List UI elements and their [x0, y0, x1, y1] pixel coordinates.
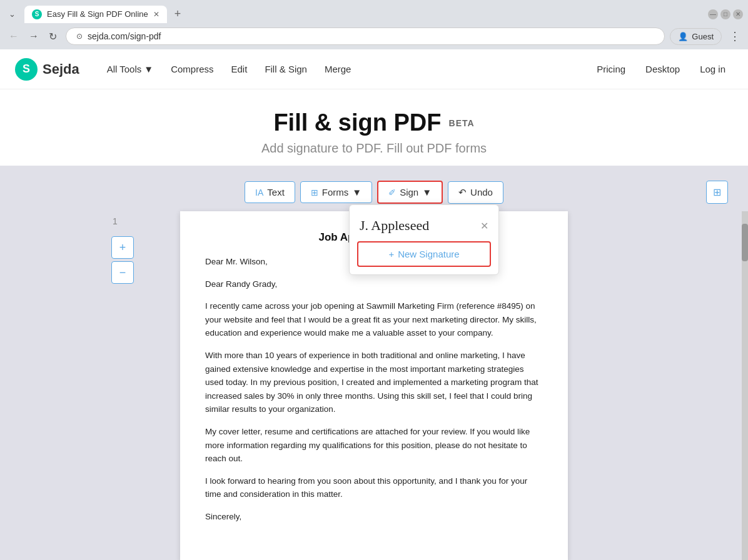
- grid-button[interactable]: ⊞: [706, 181, 728, 204]
- doc-para3: My cover letter, resume and certificatio…: [205, 425, 543, 466]
- tab-close-icon[interactable]: ✕: [153, 10, 159, 19]
- guest-icon: 👤: [678, 32, 688, 41]
- doc-para4: I look forward to hearing from you soon …: [205, 474, 543, 501]
- zoom-controls: + −: [111, 236, 134, 284]
- signature-close-button[interactable]: ✕: [480, 220, 488, 232]
- nav-edit[interactable]: Edit: [224, 59, 255, 79]
- close-window-button[interactable]: ✕: [733, 9, 743, 19]
- site-navbar: S Sejda All Tools ▼ Compress Edit Fill &…: [0, 49, 748, 89]
- nav-pricing[interactable]: Pricing: [589, 59, 633, 79]
- tab-list-btn[interactable]: ⌄: [5, 7, 19, 21]
- logo-text: Sejda: [43, 61, 79, 78]
- tab-favicon: S: [32, 9, 42, 19]
- window-controls: — □ ✕: [708, 9, 743, 19]
- doc-para2: With more than 10 years of experience in…: [205, 349, 543, 416]
- doc-para1: I recently came across your job opening …: [205, 299, 543, 340]
- url-text: sejda.com/sign-pdf: [88, 31, 654, 41]
- minimize-button[interactable]: —: [708, 9, 718, 19]
- forms-icon: ⊞: [311, 188, 318, 198]
- forward-button[interactable]: →: [25, 29, 43, 44]
- nav-fill-sign[interactable]: Fill & Sign: [257, 59, 315, 79]
- sign-chevron-icon: ▼: [422, 187, 432, 198]
- nav-compress[interactable]: Compress: [163, 59, 221, 79]
- doc-inner-greeting: Dear Randy Grady,: [205, 278, 543, 291]
- text-icon: IA: [255, 188, 263, 198]
- undo-icon: ↶: [458, 187, 467, 198]
- hero-section: Fill & sign PDF BETA Add signature to PD…: [0, 89, 748, 166]
- nav-desktop[interactable]: Desktop: [638, 59, 687, 79]
- signature-item[interactable]: J. Appleseed ✕: [357, 212, 491, 239]
- scrollbar[interactable]: [742, 211, 748, 560]
- nav-all-tools[interactable]: All Tools ▼: [99, 59, 161, 79]
- chevron-down-icon: ▼: [144, 64, 153, 74]
- browser-tab[interactable]: S Easy Fill & Sign PDF Online ✕: [24, 6, 167, 23]
- forms-button[interactable]: ⊞ Forms ▼: [300, 181, 372, 203]
- lock-icon: ⊙: [76, 32, 83, 41]
- undo-button[interactable]: ↶ Undo: [448, 181, 503, 204]
- forms-chevron-icon: ▼: [352, 187, 361, 198]
- signature-text: J. Appleseed: [360, 218, 429, 234]
- browser-back-forward: ⌄: [5, 7, 19, 21]
- browser-menu-button[interactable]: ⋮: [727, 27, 743, 46]
- main-content: IA Text ⊞ Forms ▼ ✐ Sign ▼ ↶ Undo ⊞ J. A…: [0, 166, 748, 560]
- nav-login[interactable]: Log in: [692, 59, 733, 79]
- new-signature-button[interactable]: + New Signature: [357, 241, 491, 267]
- back-button[interactable]: ←: [5, 29, 23, 44]
- guest-label: Guest: [692, 32, 714, 41]
- zoom-out-button[interactable]: −: [111, 261, 134, 284]
- sign-icon: ✐: [388, 188, 396, 198]
- doc-closing: Sincerely,: [205, 510, 543, 524]
- hero-title: Fill & sign PDF BETA: [15, 109, 733, 136]
- guest-button[interactable]: 👤 Guest: [670, 28, 722, 45]
- nav-merge[interactable]: Merge: [317, 59, 359, 79]
- hero-subtitle: Add signature to PDF. Fill out PDF forms: [15, 141, 733, 156]
- text-button[interactable]: IA Text: [245, 181, 295, 203]
- nav-buttons: ← → ↻: [5, 29, 61, 44]
- beta-badge: BETA: [449, 118, 475, 128]
- tab-title: Easy Fill & Sign PDF Online: [47, 9, 148, 19]
- address-input[interactable]: ⊙ sejda.com/sign-pdf: [66, 28, 665, 45]
- nav-right: Pricing Desktop Log in: [589, 59, 733, 79]
- main-nav: All Tools ▼ Compress Edit Fill & Sign Me…: [99, 59, 359, 79]
- doc-body: Dear Mr. Wilson, Dear Randy Grady, I rec…: [205, 255, 543, 524]
- maximize-button[interactable]: □: [720, 9, 730, 19]
- page-number: 1: [113, 216, 118, 226]
- logo-icon: S: [15, 58, 38, 81]
- zoom-in-button[interactable]: +: [111, 236, 134, 259]
- logo[interactable]: S Sejda: [15, 58, 79, 81]
- hero-title-text: Fill & sign PDF: [273, 109, 441, 136]
- scrollbar-thumb[interactable]: [742, 224, 748, 261]
- sign-popup: J. Appleseed ✕ + New Signature: [349, 204, 499, 275]
- plus-icon: +: [388, 249, 394, 259]
- sign-button[interactable]: ✐ Sign ▼: [377, 181, 443, 204]
- new-signature-label: New Signature: [398, 249, 459, 259]
- address-bar-row: ← → ↻ ⊙ sejda.com/sign-pdf 👤 Guest ⋮: [0, 23, 748, 49]
- new-tab-button[interactable]: +: [169, 5, 186, 23]
- grid-icon: ⊞: [713, 187, 721, 198]
- reload-button[interactable]: ↻: [45, 29, 61, 44]
